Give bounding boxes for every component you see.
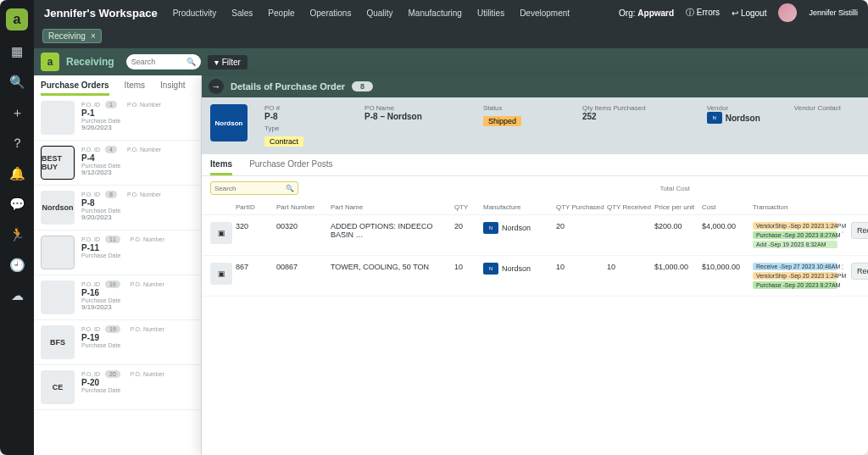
- tab-purchase-orders[interactable]: Purchase Orders: [41, 80, 109, 96]
- cell-transactions: VendorShip -Sep 20 2023 1:24PMPurchase -…: [753, 222, 837, 248]
- cell-cost: $10,000.00: [702, 263, 753, 271]
- po-thumb: Nordson: [41, 191, 75, 225]
- tab-items[interactable]: Items: [125, 80, 145, 96]
- nav-manufacturing[interactable]: Manufacturing: [409, 8, 462, 18]
- detail-search[interactable]: 🔍: [210, 181, 298, 195]
- filter-button[interactable]: ▾ Filter: [208, 55, 248, 69]
- clock-icon[interactable]: 🕘: [8, 256, 26, 275]
- search-icon[interactable]: 🔍: [286, 185, 294, 192]
- col-qtyr: QTY Received: [607, 203, 654, 211]
- detail-title: Details of Purchase Order: [231, 81, 345, 92]
- cell-ppu: $1,000.00: [654, 263, 702, 271]
- cloud-icon[interactable]: ☁: [8, 286, 26, 305]
- list-item[interactable]: BFSP.O. ID19P.O. NumberP-19Purchase Date: [34, 320, 201, 365]
- search-icon[interactable]: 🔍: [8, 73, 26, 92]
- run-icon[interactable]: 🏃: [8, 225, 26, 244]
- top-nav: Productivity Sales People Operations Qua…: [173, 8, 619, 18]
- breadcrumb-chip[interactable]: Receiving ×: [42, 29, 102, 43]
- col-tx: Transaction: [753, 203, 837, 211]
- bell-icon[interactable]: 🔔: [8, 164, 26, 183]
- cell-partnum: 00320: [276, 222, 331, 230]
- receive-button[interactable]: Receive: [851, 222, 868, 239]
- module-logo: a: [41, 53, 59, 71]
- col-cost: Cost: [702, 203, 753, 211]
- receive-button[interactable]: Received: [851, 263, 868, 280]
- po-thumb: [41, 236, 75, 269]
- cell-cost: $4,000.00: [702, 222, 753, 230]
- nav-productivity[interactable]: Productivity: [173, 8, 217, 18]
- list-item[interactable]: P.O. ID11P.O. NumberP-11Purchase Date: [34, 230, 201, 275]
- cell-transactions: Receive -Sep 27 2023 10:48AMVendorShip -…: [753, 263, 837, 289]
- cell-qtyp: 10: [556, 263, 607, 271]
- module-search-input[interactable]: [131, 58, 186, 66]
- top-right: Org: Appward ⓘ Errors ↩ Logout Jennifer …: [619, 3, 858, 22]
- cell-partid: 867: [236, 263, 276, 271]
- logout-link[interactable]: ↩ Logout: [732, 8, 766, 18]
- col-partnum: Part Number: [276, 203, 331, 211]
- drag-handle-icon[interactable]: ⋮: [837, 263, 848, 275]
- nav-operations[interactable]: Operations: [309, 8, 351, 18]
- cell-partname: ADDED OPTIONS: INDEECO BASIN …: [331, 222, 454, 239]
- collapse-icon[interactable]: →: [209, 79, 224, 94]
- cell-partnum: 00867: [276, 263, 331, 271]
- detail-toolbar: 🔍 Total Cost: [202, 176, 868, 200]
- tab-detail-posts[interactable]: Purchase Order Posts: [249, 159, 332, 175]
- cell-qty: 20: [454, 222, 483, 230]
- lbl-contact: Vendor Contact: [794, 104, 841, 112]
- nav-sales[interactable]: Sales: [231, 8, 253, 18]
- vendor-mini-logo: N: [707, 112, 722, 124]
- cell-qtyr: 10: [607, 263, 654, 271]
- apps-icon[interactable]: ▦: [8, 42, 26, 61]
- workspace-name: Jennifer's Workspace: [44, 7, 158, 19]
- chat-icon[interactable]: 💬: [8, 195, 26, 214]
- sidebar-tabs: Purchase Orders Items Insight: [34, 75, 201, 96]
- module-search[interactable]: 🔍: [126, 54, 201, 69]
- module-bar: a Receiving 🔍 ▾ Filter: [34, 48, 868, 75]
- lbl-qty: Qty Items Purchased: [582, 104, 665, 112]
- detail-count: 8: [352, 81, 373, 92]
- filter-icon: ▾: [214, 58, 219, 67]
- po-thumb: CE: [41, 370, 75, 404]
- search-icon[interactable]: 🔍: [186, 58, 196, 66]
- drag-handle-icon[interactable]: ⋮: [837, 222, 848, 234]
- tab-insight[interactable]: Insight: [160, 80, 185, 96]
- breadcrumb-label: Receiving: [48, 31, 86, 41]
- lbl-type: Type: [264, 125, 322, 132]
- close-icon[interactable]: ×: [91, 31, 96, 41]
- val-qty: 252: [582, 112, 665, 121]
- left-icon-rail: a ▦ 🔍 ＋ ？ 🔔 💬 🏃 🕘 ☁: [0, 0, 34, 455]
- lbl-vendor: Vendor: [707, 104, 760, 112]
- tab-detail-items[interactable]: Items: [210, 159, 232, 175]
- part-image: ▣: [210, 263, 232, 285]
- detail-search-input[interactable]: [214, 185, 286, 192]
- app-logo[interactable]: a: [6, 8, 28, 31]
- list-item[interactable]: P.O. ID1P.O. NumberP-1Purchase Date9/26/…: [34, 96, 201, 141]
- nav-quality[interactable]: Quality: [366, 8, 392, 18]
- po-list[interactable]: P.O. ID1P.O. NumberP-1Purchase Date9/26/…: [34, 96, 201, 455]
- list-item[interactable]: NordsonP.O. ID8P.O. NumberP-8Purchase Da…: [34, 186, 201, 230]
- errors-link[interactable]: ⓘ Errors: [686, 7, 720, 19]
- po-info-bar: Nordson PO #P-8TypeContract PO NameP-8 –…: [202, 97, 868, 154]
- table-row: ▣32000320ADDED OPTIONS: INDEECO BASIN …2…: [202, 215, 868, 256]
- nav-people[interactable]: People: [268, 8, 294, 18]
- po-thumb: BFS: [41, 325, 75, 359]
- list-item[interactable]: P.O. ID16P.O. NumberP-16Purchase Date9/1…: [34, 275, 201, 320]
- col-ppu: Price per unit: [654, 203, 702, 211]
- items-table-body: ▣32000320ADDED OPTIONS: INDEECO BASIN …2…: [202, 215, 868, 297]
- cell-qtyp: 20: [556, 222, 607, 230]
- list-item[interactable]: CEP.O. ID20P.O. NumberP-20Purchase Date: [34, 365, 201, 410]
- filter-label: Filter: [222, 58, 241, 67]
- org-label: Org: Appward: [619, 8, 674, 18]
- nav-development[interactable]: Development: [520, 8, 570, 18]
- detail-panel: → Details of Purchase Order 8 Nordson PO…: [202, 75, 868, 455]
- user-name: Jennifer Sistilli: [809, 9, 858, 17]
- add-icon[interactable]: ＋: [8, 103, 26, 122]
- avatar[interactable]: [778, 3, 797, 22]
- part-image: ▣: [210, 222, 232, 244]
- help-icon[interactable]: ？: [8, 134, 26, 153]
- top-bar: Jennifer's Workspace Productivity Sales …: [34, 0, 868, 25]
- po-thumb: BEST BUY: [41, 146, 75, 180]
- list-item[interactable]: BEST BUYP.O. ID4P.O. NumberP-4Purchase D…: [34, 141, 201, 186]
- nav-utilities[interactable]: Utilities: [477, 8, 504, 18]
- content: Purchase Orders Items Insight P.O. ID1P.…: [34, 75, 868, 455]
